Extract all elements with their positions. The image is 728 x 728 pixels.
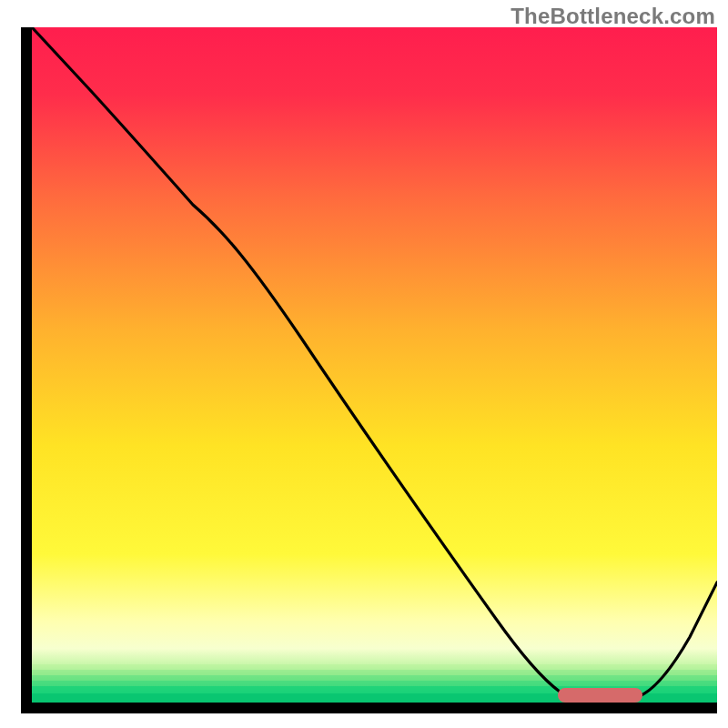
svg-rect-1 [32, 664, 717, 670]
svg-rect-2 [32, 670, 717, 675]
bottleneck-chart [0, 0, 728, 728]
svg-rect-8 [21, 703, 717, 713]
watermark-text: TheBottleneck.com [511, 4, 715, 29]
svg-rect-7 [21, 27, 32, 713]
optimal-marker [558, 688, 642, 703]
svg-rect-3 [32, 675, 717, 681]
svg-rect-4 [32, 681, 717, 686]
plot-background [32, 27, 717, 703]
